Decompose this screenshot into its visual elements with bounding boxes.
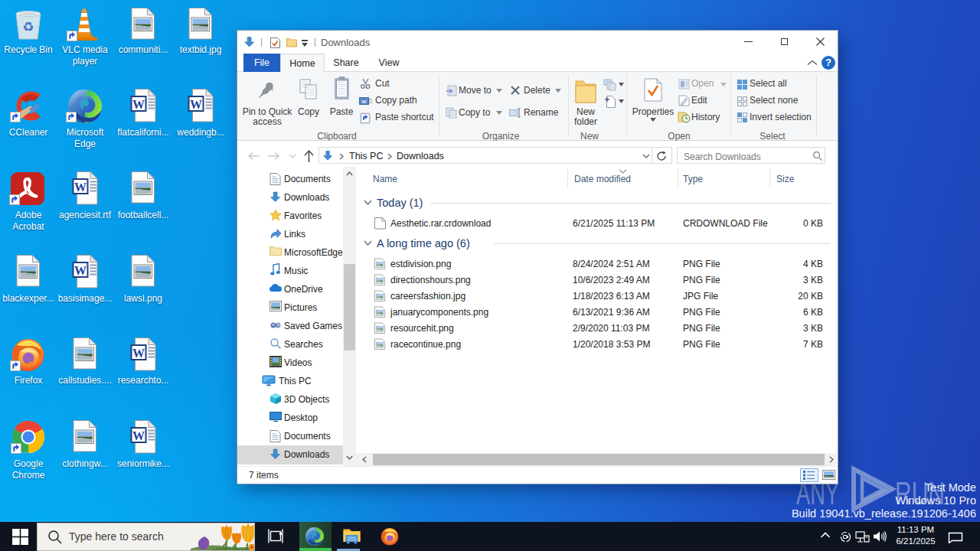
svg-text:♻: ♻: [22, 20, 34, 34]
svg-text:W: W: [361, 99, 367, 105]
